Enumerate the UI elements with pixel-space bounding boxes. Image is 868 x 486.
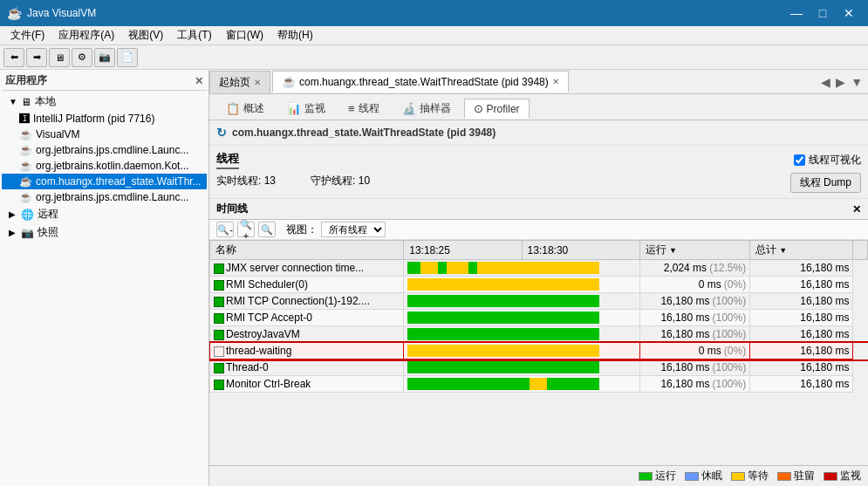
legend-monitor: 监视	[824, 469, 861, 483]
thread-name: RMI TCP Accept-0	[226, 311, 312, 324]
legend-label-parked: 驻留	[794, 469, 815, 483]
sidebar-item-jps2[interactable]: ☕ org.jetbrains.jps.cmdline.Launc...	[2, 189, 207, 205]
bar-segment-running	[547, 378, 599, 390]
sidebar-item-remote[interactable]: ▶ 🌐 远程	[2, 205, 207, 223]
toolbar-btn-4[interactable]: ⚙	[72, 48, 92, 67]
timeline-toolbar: 🔍- 🔍+ 🔍 视图： 所有线程 活动线程	[209, 220, 868, 240]
sidebar-item-label-waitthread: com.huangx.thread_state.WaitThr...	[36, 175, 202, 188]
legend-color-running	[639, 472, 653, 481]
zoom-reset-button[interactable]: 🔍	[258, 222, 276, 237]
local-icon: 🖥	[21, 96, 31, 108]
sidebar-item-label-jps2: org.jetbrains.jps.cmdline.Launc...	[36, 191, 188, 203]
thread-bar-container	[407, 295, 599, 307]
tab-sampler[interactable]: 🔬 抽样器	[393, 98, 461, 120]
thread-name: Thread-0	[226, 361, 269, 373]
close-button[interactable]: ✕	[837, 3, 861, 23]
jps1-icon: ☕	[19, 144, 32, 156]
col-header-running[interactable]: 运行	[639, 241, 749, 260]
timeline-title: 时间线	[216, 202, 248, 216]
thread-table-container[interactable]: 名称 13:18:25 13:18:30 运行	[209, 240, 868, 465]
sidebar-item-visualvm[interactable]: ☕ VisualVM	[2, 127, 207, 142]
visualvm-icon: ☕	[19, 128, 32, 140]
table-row[interactable]: Thread-016,180 ms (100%)16,180 ms	[210, 359, 868, 376]
sidebar-item-waitthread[interactable]: ☕ com.huangx.thread_state.WaitThr...	[2, 174, 207, 189]
thread-run-icon	[214, 313, 224, 324]
thread-run-time: 0 ms (0%)	[639, 277, 749, 293]
menu-help[interactable]: 帮助(H)	[270, 26, 320, 44]
thread-run-icon	[214, 363, 224, 373]
table-row[interactable]: RMI TCP Connection(1)-192....16,180 ms (…	[210, 293, 868, 310]
tab-start-page[interactable]: 起始页 ✕	[209, 71, 270, 93]
tab-monitor[interactable]: 📊 监视	[277, 98, 335, 120]
col-header-name[interactable]: 名称	[210, 241, 404, 260]
window-controls: — □ ✕	[784, 3, 861, 23]
sidebar-item-jps1[interactable]: ☕ org.jetbrains.jps.cmdline.Launc...	[2, 142, 207, 158]
menu-file[interactable]: 文件(F)	[3, 26, 51, 44]
menu-window[interactable]: 窗口(W)	[219, 26, 270, 44]
toolbar-btn-5[interactable]: 📷	[94, 48, 115, 67]
table-row[interactable]: thread-waiting0 ms (0%)16,180 ms	[210, 343, 868, 359]
sidebar-item-intellij[interactable]: 🅸 IntelliJ Platform (pid 7716)	[2, 111, 207, 127]
thread-run-icon	[214, 330, 224, 340]
tab-threads[interactable]: ≡ 线程	[338, 98, 389, 120]
process-title-text: com.huangx.thread_state.WaitThreadState …	[232, 127, 496, 139]
daemon-thread-count: 10	[359, 175, 370, 187]
toolbar-btn-6[interactable]: 📄	[117, 48, 138, 67]
run-ms: 16,180 ms	[660, 295, 709, 307]
menu-app[interactable]: 应用程序(A)	[51, 26, 121, 44]
tab-overview[interactable]: 📋 概述	[216, 98, 274, 120]
thread-name: thread-waiting	[226, 345, 291, 357]
tab-overview-label: 概述	[243, 101, 264, 116]
zoom-out-button[interactable]: 🔍-	[216, 222, 234, 237]
legend-running: 运行	[639, 469, 676, 483]
table-row[interactable]: JMX server connection time...2,024 ms (1…	[210, 260, 868, 277]
thread-dump-button[interactable]: 线程 Dump	[790, 173, 861, 193]
main-layout: 应用程序 ✕ ▼ 🖥 本地 🅸 IntelliJ Platform (pid 7…	[0, 70, 868, 486]
col-header-time1: 13:18:25	[404, 241, 522, 260]
visualize-checkbox-label[interactable]: 线程可视化	[794, 153, 861, 168]
tab-profiler[interactable]: ⊙ Profiler	[464, 99, 530, 119]
table-row[interactable]: DestroyJavaVM16,180 ms (100%)16,180 ms	[210, 326, 868, 343]
thread-run-icon	[214, 297, 224, 307]
run-ms: 0 ms	[699, 278, 721, 291]
minimize-button[interactable]: —	[784, 3, 809, 23]
tab-start-close-icon[interactable]: ✕	[254, 78, 261, 87]
sidebar-item-label-snapshot: 快照	[38, 225, 58, 240]
col-header-total[interactable]: 总计	[750, 241, 853, 260]
intellij-icon: 🅸	[19, 113, 30, 125]
kotlin-icon: ☕	[19, 160, 32, 172]
tab-prev-icon[interactable]: ◀	[819, 75, 832, 89]
bar-segment-running	[407, 328, 599, 340]
total-ms: 16,180 ms	[800, 328, 849, 340]
zoom-in-button[interactable]: 🔍+	[237, 222, 255, 237]
sidebar-item-local[interactable]: ▼ 🖥 本地	[2, 92, 207, 111]
tab-threads-label: 线程	[359, 101, 379, 116]
sidebar-close-icon[interactable]: ✕	[195, 75, 203, 87]
col-header-time2: 13:18:30	[522, 241, 639, 260]
table-row[interactable]: Monitor Ctrl-Break16,180 ms (100%)16,180…	[210, 376, 868, 393]
maximize-button[interactable]: □	[810, 3, 835, 23]
menu-view[interactable]: 视图(V)	[121, 26, 170, 44]
thread-run-time: 16,180 ms (100%)	[639, 376, 749, 393]
thread-name-cell: Thread-0	[210, 359, 404, 376]
view-select[interactable]: 所有线程 活动线程	[321, 222, 386, 237]
tab-next-icon[interactable]: ▶	[834, 75, 847, 89]
toolbar-btn-2[interactable]: ➡	[26, 48, 47, 67]
table-row[interactable]: RMI TCP Accept-016,180 ms (100%)16,180 m…	[210, 310, 868, 326]
thread-run-time: 16,180 ms (100%)	[639, 359, 749, 376]
table-row[interactable]: RMI Scheduler(0)0 ms (0%)16,180 ms	[210, 277, 868, 293]
toolbar-btn-3[interactable]: 🖥	[49, 48, 70, 67]
timeline-close-icon[interactable]: ✕	[852, 203, 861, 216]
thread-section: 线程 线程可视化 实时线程: 13 守护线程: 10	[209, 146, 868, 199]
sidebar-item-snapshot[interactable]: ▶ 📷 快照	[2, 223, 207, 242]
thread-name: DestroyJavaVM	[226, 328, 300, 340]
tab-menu-icon[interactable]: ▼	[849, 75, 865, 89]
visualize-label: 线程可视化	[809, 153, 861, 168]
toolbar-btn-1[interactable]: ⬅	[3, 48, 24, 67]
menu-tools[interactable]: 工具(T)	[170, 26, 218, 44]
tab-process-close-icon[interactable]: ✕	[552, 77, 559, 86]
thread-section-title: 线程	[216, 151, 239, 169]
tab-process[interactable]: ☕ com.huangx.thread_state.WaitThreadStat…	[272, 71, 569, 92]
sidebar-item-kotlin[interactable]: ☕ org.jetbrains.kotlin.daemon.Kot...	[2, 158, 207, 174]
visualize-checkbox[interactable]	[794, 154, 805, 166]
